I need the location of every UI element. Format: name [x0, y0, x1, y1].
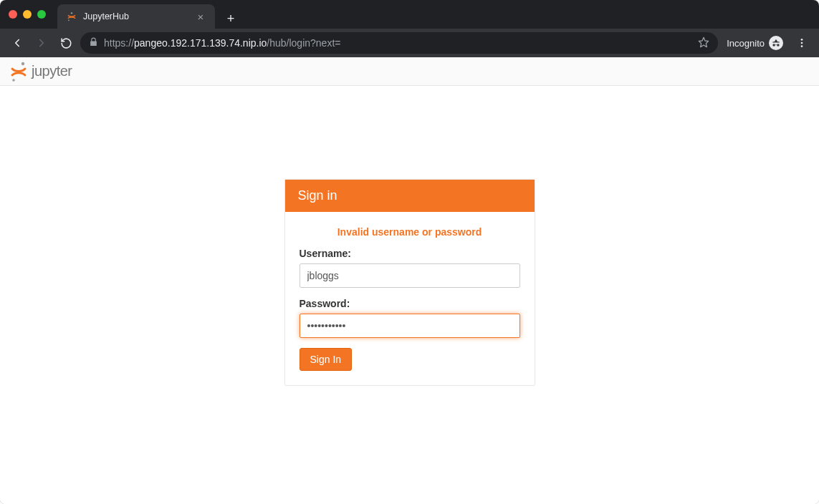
- jupyter-logo[interactable]: jupyter: [10, 62, 72, 82]
- username-label: Username:: [300, 248, 520, 259]
- new-tab-button[interactable]: +: [221, 9, 241, 29]
- nav-reload-button[interactable]: [56, 33, 76, 53]
- username-input[interactable]: [300, 263, 520, 288]
- window-minimize-button[interactable]: [23, 10, 32, 19]
- jupyter-favicon-icon: [66, 11, 77, 22]
- lock-icon: [89, 37, 98, 49]
- tab-close-icon[interactable]: ×: [195, 11, 206, 22]
- browser-menu-button[interactable]: [792, 33, 812, 53]
- svg-marker-2: [699, 37, 709, 47]
- browser-chrome: JupyterHub × + https://pangeo.19: [0, 0, 819, 57]
- signin-button[interactable]: Sign In: [300, 348, 353, 371]
- window-titlebar: JupyterHub × +: [0, 0, 819, 29]
- window-close-button[interactable]: [9, 10, 17, 19]
- bookmark-star-icon[interactable]: [698, 37, 709, 50]
- svg-point-5: [801, 45, 803, 47]
- incognito-label: Incognito: [727, 38, 765, 49]
- password-label: Password:: [300, 298, 520, 309]
- svg-point-4: [801, 42, 803, 44]
- browser-toolbar: https://pangeo.192.171.139.74.nip.io/hub…: [0, 29, 819, 57]
- tab-title: JupyterHub: [83, 11, 189, 21]
- svg-point-3: [801, 39, 803, 41]
- login-error-message: Invalid username or password: [300, 226, 520, 238]
- jupyter-logo-icon: [10, 62, 27, 82]
- incognito-icon: [769, 36, 783, 50]
- address-bar[interactable]: https://pangeo.192.171.139.74.nip.io/hub…: [80, 32, 718, 54]
- svg-point-6: [21, 62, 24, 64]
- tab-strip: JupyterHub × +: [57, 0, 810, 29]
- jupyter-logo-text: jupyter: [32, 63, 72, 79]
- browser-tab[interactable]: JupyterHub ×: [57, 4, 215, 29]
- nav-back-button[interactable]: [7, 33, 27, 53]
- svg-point-1: [68, 19, 70, 21]
- login-form: Invalid username or password Username: P…: [285, 212, 535, 385]
- window-controls: [9, 10, 46, 19]
- password-input[interactable]: [300, 314, 520, 338]
- jupyter-header: jupyter: [0, 57, 819, 86]
- login-panel-title: Sign in: [285, 180, 535, 212]
- incognito-indicator: Incognito: [722, 36, 787, 50]
- svg-point-0: [71, 12, 72, 14]
- svg-point-7: [12, 79, 15, 82]
- page-body: Sign in Invalid username or password Use…: [0, 86, 819, 504]
- page-content: jupyter Sign in Invalid username or pass…: [0, 57, 819, 504]
- url-text: https://pangeo.192.171.139.74.nip.io/hub…: [104, 37, 340, 49]
- login-panel: Sign in Invalid username or password Use…: [284, 179, 535, 386]
- window-maximize-button[interactable]: [37, 10, 46, 19]
- nav-forward-button[interactable]: [32, 33, 52, 53]
